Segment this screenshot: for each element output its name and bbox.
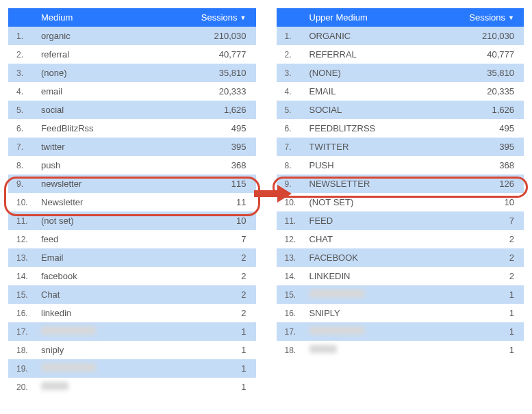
row-name <box>304 341 459 359</box>
table-row[interactable]: 5.social1,626 <box>8 101 256 119</box>
medium-table: Medium Sessions ▼ 1.organic210,0302.refe… <box>8 8 256 396</box>
table-row[interactable]: 17.1 <box>8 322 256 341</box>
table-row[interactable]: 5.SOCIAL1,626 <box>277 101 524 119</box>
row-sessions: 11 <box>191 193 256 211</box>
table-row[interactable]: 1.ORGANIC210,030 <box>277 27 524 45</box>
redacted-text <box>41 363 96 372</box>
row-name <box>36 322 191 341</box>
table-row[interactable]: 13.Email2 <box>8 248 256 267</box>
row-rank: 5. <box>277 101 304 119</box>
table-row[interactable]: 11.FEED7 <box>277 211 524 230</box>
tables-container: Medium Sessions ▼ 1.organic210,0302.refe… <box>8 8 524 396</box>
table-row[interactable]: 18.sniply1 <box>8 341 256 359</box>
row-rank: 2. <box>277 46 304 64</box>
table-row[interactable]: 20.1 <box>8 378 256 396</box>
row-sessions: 10 <box>459 193 524 211</box>
table-row[interactable]: 10.Newsletter11 <box>8 193 256 211</box>
row-sessions: 115 <box>191 174 256 193</box>
row-sessions: 10 <box>191 211 256 230</box>
row-sessions: 1 <box>191 322 256 341</box>
table-row[interactable]: 2.referral40,777 <box>8 45 256 64</box>
row-name: linkedin <box>36 304 191 322</box>
row-rank: 20. <box>8 378 36 396</box>
table-row[interactable]: 9.newsletter115 <box>8 174 256 193</box>
table-row[interactable]: 11.(not set)10 <box>8 211 256 230</box>
row-rank: 5. <box>8 101 36 119</box>
name-header[interactable]: Upper Medium <box>304 8 459 27</box>
row-rank: 16. <box>8 305 36 322</box>
row-rank: 19. <box>8 360 36 378</box>
row-name: Newsletter <box>36 193 191 211</box>
row-rank: 2. <box>8 46 36 64</box>
row-name: email <box>36 82 191 101</box>
row-sessions: 1 <box>191 378 256 396</box>
row-name: referral <box>36 45 191 64</box>
row-name: (none) <box>36 64 191 82</box>
table-row[interactable]: 16.linkedin2 <box>8 304 256 322</box>
table-row[interactable]: 3.(NONE)35,810 <box>277 64 524 82</box>
row-sessions: 1 <box>459 285 524 304</box>
table-row[interactable]: 1.organic210,030 <box>8 27 256 45</box>
row-sessions: 1 <box>459 304 524 322</box>
row-sessions: 1 <box>191 341 256 359</box>
row-name: (NONE) <box>304 64 459 82</box>
table-row[interactable]: 7.twitter395 <box>8 138 256 156</box>
row-name: REFERRAL <box>304 45 459 64</box>
table-row[interactable]: 13.FACEBOOK2 <box>277 248 524 267</box>
row-name: NEWSLETTER <box>304 174 459 193</box>
row-name: FEEDBLITZRSS <box>304 119 459 138</box>
row-sessions: 1,626 <box>459 101 524 119</box>
row-sessions: 395 <box>191 138 256 156</box>
row-name: (NOT SET) <box>304 193 459 211</box>
table-row[interactable]: 12.feed7 <box>8 230 256 248</box>
row-rank: 16. <box>277 305 304 322</box>
table-row[interactable]: 6.FeedBlitzRss495 <box>8 119 256 138</box>
table-row[interactable]: 4.EMAIL20,335 <box>277 82 524 101</box>
table-row[interactable]: 6.FEEDBLITZRSS495 <box>277 119 524 138</box>
row-sessions: 126 <box>459 174 524 193</box>
table-row[interactable]: 2.REFERRAL40,777 <box>277 45 524 64</box>
table-row[interactable]: 4.email20,333 <box>8 82 256 101</box>
table-row[interactable]: 14.LINKEDIN2 <box>277 267 524 285</box>
table-row[interactable]: 10.(NOT SET)10 <box>277 193 524 211</box>
row-name <box>36 359 191 378</box>
table-row[interactable]: 12.CHAT2 <box>277 230 524 248</box>
row-sessions: 2 <box>191 248 256 267</box>
table-row[interactable]: 19.1 <box>8 359 256 378</box>
rank-header <box>8 8 36 27</box>
row-sessions: 40,777 <box>191 45 256 64</box>
row-rank: 11. <box>277 212 304 230</box>
table-row[interactable]: 9.NEWSLETTER126 <box>277 174 524 193</box>
row-rank: 1. <box>277 27 304 45</box>
row-rank: 17. <box>8 323 36 341</box>
row-name <box>36 378 191 396</box>
row-sessions: 210,030 <box>459 27 524 45</box>
redacted-text <box>41 382 68 390</box>
row-rank: 8. <box>277 157 304 174</box>
name-header[interactable]: Medium <box>36 8 191 27</box>
sessions-header-label: Sessions <box>469 12 505 23</box>
row-sessions: 7 <box>459 211 524 230</box>
row-name: SOCIAL <box>304 101 459 119</box>
table-row[interactable]: 8.PUSH368 <box>277 156 524 174</box>
table-row[interactable]: 14.facebook2 <box>8 267 256 285</box>
sessions-header[interactable]: Sessions ▼ <box>459 8 524 27</box>
table-row[interactable]: 16.SNIPLY1 <box>277 304 524 322</box>
row-name: LINKEDIN <box>304 267 459 285</box>
table-row[interactable]: 15.Chat2 <box>8 285 256 304</box>
table-row[interactable]: 18.1 <box>277 341 524 359</box>
row-name: Email <box>36 248 191 267</box>
table-row[interactable]: 3.(none)35,810 <box>8 64 256 82</box>
row-name: push <box>36 156 191 174</box>
row-sessions: 395 <box>459 138 524 156</box>
table-row[interactable]: 8.push368 <box>8 156 256 174</box>
table-row[interactable]: 17.1 <box>277 322 524 341</box>
row-rank: 8. <box>8 157 36 174</box>
row-sessions: 210,030 <box>191 27 256 45</box>
table-row[interactable]: 15.1 <box>277 285 524 304</box>
row-rank: 9. <box>277 175 304 193</box>
table-row[interactable]: 7.TWITTER395 <box>277 138 524 156</box>
row-sessions: 2 <box>459 230 524 248</box>
sessions-header[interactable]: Sessions ▼ <box>191 8 256 27</box>
row-name: CHAT <box>304 230 459 248</box>
